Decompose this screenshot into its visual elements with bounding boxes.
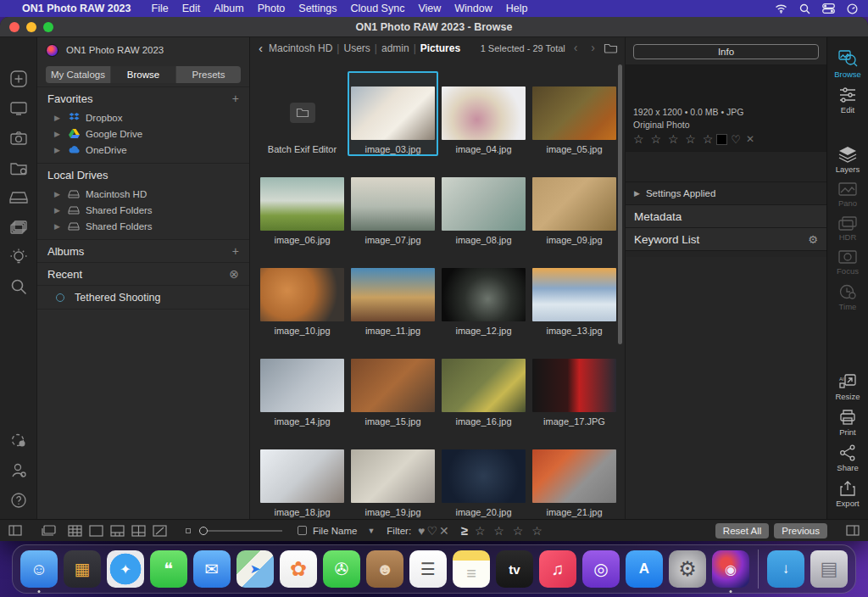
filter-not-liked-icon[interactable]: ♡ [426,524,439,538]
tool-share[interactable]: Share [837,444,858,472]
display-icon[interactable] [8,98,30,120]
chevron-right-icon[interactable]: ▶ [54,130,66,138]
module-focus[interactable]: Focus [837,249,859,276]
clear-recent-button[interactable]: ⊗ [229,267,239,281]
wifi-icon[interactable] [775,3,787,14]
chevron-right-icon[interactable]: ▶ [54,114,66,122]
dock-messages-icon[interactable]: ❝ [150,550,187,588]
tool-resize[interactable]: AI Resize [835,373,860,401]
folder-nav-icon[interactable] [604,42,618,55]
menu-view[interactable]: View [418,3,441,14]
grid-view-icon[interactable] [68,525,82,537]
grid-cell-image[interactable]: image_08.jpg [438,162,529,247]
grid-cell-image[interactable]: image_07.jpg [348,162,438,247]
dock-podcasts-icon[interactable]: ◎ [582,550,620,588]
grid-cell-image[interactable]: image_14.jpg [257,343,348,428]
grid-cell-image[interactable]: image_17.JPG [529,343,620,428]
grid-cell-image[interactable]: image_05.jpg [529,71,620,156]
add-favorite-button[interactable]: + [232,92,239,105]
module-browse[interactable]: Browse [834,49,861,79]
account-icon[interactable] [8,460,30,482]
metadata-section-header[interactable]: Metadata [626,204,826,227]
thumbnail-size-slider[interactable] [186,527,282,535]
slider-track[interactable] [208,530,282,532]
star-rating[interactable]: ☆ ☆ ☆ ☆ ☆ [633,132,715,146]
info-button[interactable]: Info [633,44,819,59]
photo-view-icon[interactable] [89,525,103,537]
clock-icon[interactable] [847,3,858,14]
reject-icon[interactable]: ✕ [746,133,756,145]
reset-all-button[interactable]: Reset All [715,523,769,538]
chevron-right-icon[interactable]: ▶ [54,190,66,198]
back-chevron-icon[interactable]: ‹ [259,41,263,55]
chevron-right-icon[interactable]: ▶ [54,222,66,231]
lightbulb-icon[interactable] [8,246,30,268]
grid-cell-image[interactable]: image_10.jpg [257,253,348,338]
dock-trash-icon[interactable]: ▤ [810,550,848,588]
filter-liked-icon[interactable]: ♥ [418,524,426,538]
grid-cell-image[interactable]: image_03.jpg [348,71,438,156]
sidebar-item-google-drive[interactable]: ▶ Google Drive [37,126,249,142]
dock-facetime-icon[interactable]: ✇ [323,550,360,588]
dock-contacts-icon[interactable]: ☻ [366,550,403,588]
grid-cell-image[interactable]: image_21.jpg [529,434,620,519]
module-time[interactable]: Time [838,283,857,311]
dock-system-settings-icon[interactable]: ⚙ [669,550,706,588]
duplicate-icon[interactable] [8,216,30,238]
sidebar-item-shared-folders-2[interactable]: ▶ Shared Folders [37,218,249,234]
grid-cell-folder[interactable]: Batch Exif Editor [257,71,348,156]
slider-knob[interactable] [199,527,208,535]
breadcrumb-part[interactable]: Users [343,42,370,54]
sync-status-icon[interactable] [8,430,30,452]
dock-appstore-icon[interactable]: A [626,550,663,588]
grid-cell-image[interactable]: image_19.jpg [348,434,438,519]
close-window-button[interactable] [9,22,19,32]
menu-photo[interactable]: Photo [258,3,286,14]
grid-cell-image[interactable]: image_04.jpg [438,71,529,156]
grid-cell-image[interactable]: image_12.jpg [438,253,529,338]
dock-notes-icon[interactable]: ≡ [453,550,490,588]
stacks-icon[interactable] [41,525,56,537]
previous-button[interactable]: Previous [774,523,827,538]
grid-cell-image[interactable]: image_20.jpg [438,434,529,519]
prev-next-arrows[interactable]: ‹ › [574,41,600,54]
filter-rejected-icon[interactable]: ✕ [439,524,451,538]
sidebar-item-tethered-shooting[interactable]: Tethered Shooting [37,285,249,309]
module-layers[interactable]: Layers [836,146,860,174]
module-hdr[interactable]: HDR [837,215,858,242]
dock-safari-icon[interactable]: ✦ [107,550,144,588]
dock-maps-icon[interactable]: ➤ [236,550,274,588]
breadcrumb-part[interactable]: admin [381,42,409,54]
dock-downloads-icon[interactable]: ↓ [767,550,804,588]
dock-reminders-icon[interactable]: ☰ [409,550,447,588]
menu-edit[interactable]: Edit [182,3,201,14]
gear-icon[interactable]: ⚙ [808,233,818,246]
help-icon[interactable] [8,489,30,511]
dock-mail-icon[interactable]: ✉ [193,550,231,588]
grid-cell-image[interactable]: image_15.jpg [348,343,438,428]
chevron-down-icon[interactable]: ▼ [367,527,375,535]
color-label-swatch[interactable] [716,134,727,145]
filmstrip-view-icon[interactable] [110,525,125,537]
menu-window[interactable]: Window [454,3,492,14]
menu-settings[interactable]: Settings [298,3,337,14]
import-folder-icon[interactable] [8,157,30,179]
grid-cell-image[interactable]: image_06.jpg [257,162,348,247]
tool-export[interactable]: Export [836,480,859,508]
drive-icon[interactable] [8,187,30,209]
breadcrumb-part[interactable]: Macintosh HD [269,42,332,54]
grid-cell-image[interactable]: image_18.jpg [257,434,348,519]
menu-file[interactable]: File [152,3,169,14]
chevron-right-icon[interactable]: ▶ [54,206,66,215]
dock-finder-icon[interactable]: ☺ [20,550,58,588]
rating-gte-icon[interactable]: ≥ [461,523,468,538]
sidebar-item-macintosh-hd[interactable]: ▶ Macintosh HD [37,186,249,202]
menu-album[interactable]: Album [214,3,243,14]
detail-view-icon[interactable] [153,525,167,537]
sidebar-item-dropbox[interactable]: ▶ Dropbox [37,109,249,126]
module-edit[interactable]: Edit [838,86,857,114]
add-album-button[interactable]: + [232,244,239,258]
tool-print[interactable]: Print [838,409,857,437]
camera-icon[interactable] [8,127,30,149]
tab-browse[interactable]: Browse [111,66,176,83]
